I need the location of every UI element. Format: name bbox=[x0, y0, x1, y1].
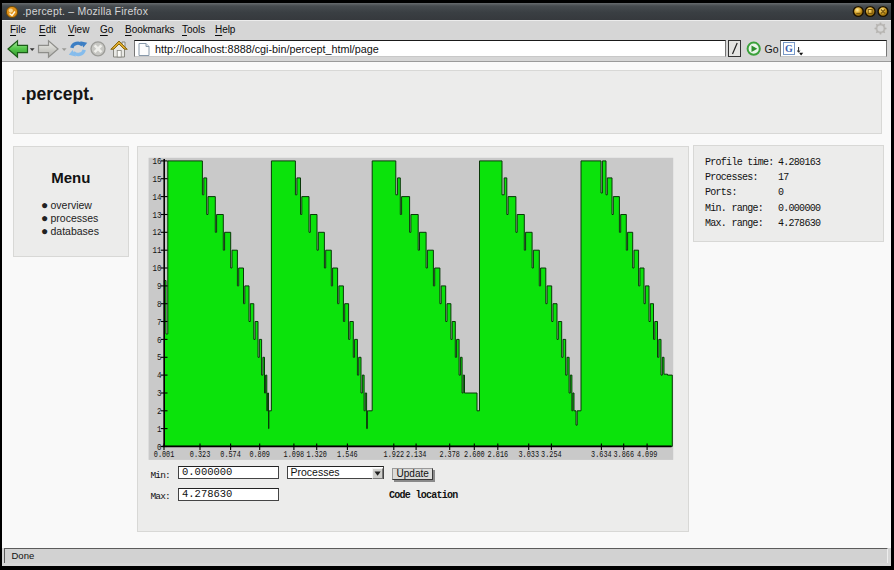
svg-text:3: 3 bbox=[157, 388, 162, 399]
svg-text:8: 8 bbox=[157, 298, 162, 309]
svg-text:6: 6 bbox=[157, 334, 162, 345]
svg-text:2.134: 2.134 bbox=[406, 448, 427, 459]
svg-text:1.922: 1.922 bbox=[384, 448, 405, 459]
svg-text:14: 14 bbox=[153, 191, 162, 202]
svg-text:1.320: 1.320 bbox=[306, 448, 327, 459]
svg-text:4: 4 bbox=[157, 370, 162, 381]
svg-text:2.816: 2.816 bbox=[488, 448, 509, 459]
svg-text:10: 10 bbox=[153, 263, 162, 274]
svg-text:7: 7 bbox=[157, 316, 162, 327]
svg-text:0.001: 0.001 bbox=[154, 448, 175, 459]
svg-text:4.099: 4.099 bbox=[637, 448, 658, 459]
svg-text:5: 5 bbox=[157, 352, 162, 363]
svg-text:0.323: 0.323 bbox=[190, 448, 211, 459]
svg-text:11: 11 bbox=[153, 245, 162, 256]
svg-text:1.098: 1.098 bbox=[284, 448, 305, 459]
svg-text:16: 16 bbox=[153, 156, 162, 167]
svg-text:1: 1 bbox=[157, 423, 162, 434]
svg-text:9: 9 bbox=[157, 281, 162, 292]
svg-text:3.033: 3.033 bbox=[519, 448, 540, 459]
svg-text:2.600: 2.600 bbox=[464, 448, 485, 459]
svg-text:13: 13 bbox=[153, 209, 162, 220]
svg-text:3.254: 3.254 bbox=[541, 448, 562, 459]
svg-text:0.574: 0.574 bbox=[220, 448, 241, 459]
svg-text:3.866: 3.866 bbox=[614, 448, 635, 459]
svg-text:1.546: 1.546 bbox=[337, 448, 358, 459]
svg-text:15: 15 bbox=[153, 173, 162, 184]
svg-text:3.634: 3.634 bbox=[591, 448, 612, 459]
svg-text:2.378: 2.378 bbox=[439, 448, 460, 459]
svg-text:2: 2 bbox=[157, 406, 162, 417]
svg-text:0.809: 0.809 bbox=[249, 448, 270, 459]
svg-text:12: 12 bbox=[153, 227, 162, 238]
